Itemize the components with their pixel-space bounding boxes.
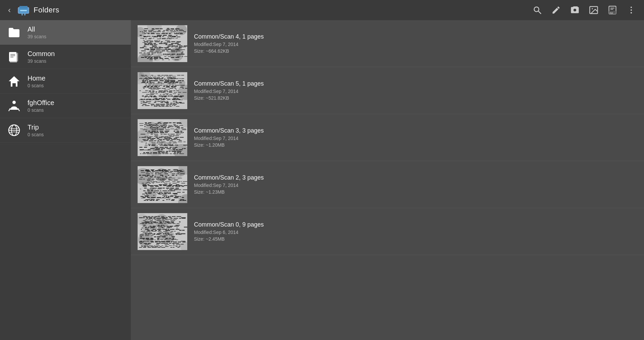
topbar-left: ‹ Folders bbox=[5, 3, 533, 17]
scan-modified-1: Modified:Sep 7, 2014 bbox=[194, 89, 264, 94]
sidebar-count-all: 39 scans bbox=[28, 34, 46, 39]
scan-thumb-4 bbox=[138, 213, 187, 250]
back-button[interactable]: ‹ bbox=[5, 4, 13, 16]
sidebar-count-trip: 0 scans bbox=[28, 132, 44, 137]
sidebar-text-fghoffice: fghOffice 0 scans bbox=[28, 99, 54, 113]
svg-point-14 bbox=[631, 7, 632, 8]
scan-item-4[interactable]: Common/Scan 0, 9 pages Modified:Sep 6, 2… bbox=[131, 208, 644, 255]
globe-icon bbox=[7, 123, 21, 138]
sidebar-label-fghoffice: fghOffice bbox=[28, 99, 54, 107]
scan-info-0: Common/Scan 4, 1 pages Modified:Sep 7, 2… bbox=[194, 33, 264, 54]
scan-modified-2: Modified:Sep 7, 2014 bbox=[194, 136, 264, 141]
scan-size-1: Size: ~521.82KB bbox=[194, 95, 264, 101]
scan-info-2: Common/Scan 3, 3 pages Modified:Sep 7, 2… bbox=[194, 127, 264, 148]
sidebar-text-trip: Trip 0 scans bbox=[28, 124, 44, 137]
scan-name-1: Common/Scan 5, 1 pages bbox=[194, 80, 264, 87]
scan-info-1: Common/Scan 5, 1 pages Modified:Sep 7, 2… bbox=[194, 80, 264, 101]
folder-icon bbox=[7, 25, 21, 40]
scan-size-4: Size: ~2.45MB bbox=[194, 236, 264, 242]
topbar-title: Folders bbox=[34, 6, 59, 14]
scan-modified-3: Modified:Sep 7, 2014 bbox=[194, 183, 264, 188]
scan-size-2: Size: ~1.20MB bbox=[194, 142, 264, 148]
more-icon[interactable] bbox=[627, 5, 636, 15]
topbar-icons: PDF bbox=[533, 5, 639, 15]
scan-list: Common/Scan 4, 1 pages Modified:Sep 7, 2… bbox=[131, 20, 644, 340]
scan-item-1[interactable]: Common/Scan 5, 1 pages Modified:Sep 7, 2… bbox=[131, 67, 644, 114]
scan-modified-0: Modified:Sep 7, 2014 bbox=[194, 42, 264, 47]
camera-icon[interactable] bbox=[570, 5, 580, 15]
svg-rect-1 bbox=[19, 6, 28, 9]
scan-name-3: Common/Scan 2, 3 pages bbox=[194, 174, 264, 181]
sidebar-label-home: Home bbox=[28, 75, 45, 82]
documents-icon bbox=[7, 49, 21, 64]
svg-rect-3 bbox=[21, 13, 23, 15]
sidebar-count-fghoffice: 0 scans bbox=[28, 107, 54, 113]
image-icon[interactable] bbox=[589, 5, 598, 15]
svg-line-6 bbox=[538, 11, 541, 14]
sidebar-item-common[interactable]: Common 39 scans bbox=[0, 45, 131, 69]
scan-thumb-1 bbox=[138, 72, 187, 109]
svg-point-25 bbox=[12, 101, 16, 104]
sidebar-label-common: Common bbox=[28, 50, 55, 58]
scan-item-0[interactable]: Common/Scan 4, 1 pages Modified:Sep 7, 2… bbox=[131, 20, 644, 67]
sidebar-count-common: 39 scans bbox=[28, 58, 55, 64]
svg-rect-24 bbox=[12, 83, 16, 87]
svg-rect-2 bbox=[20, 10, 27, 11]
scan-modified-4: Modified:Sep 6, 2014 bbox=[194, 230, 264, 235]
scan-name-2: Common/Scan 3, 3 pages bbox=[194, 127, 264, 134]
scan-item-3[interactable]: Common/Scan 2, 3 pages Modified:Sep 7, 2… bbox=[131, 161, 644, 208]
sidebar-text-all: All 39 scans bbox=[28, 26, 46, 39]
svg-point-8 bbox=[592, 8, 593, 9]
scan-info-3: Common/Scan 2, 3 pages Modified:Sep 7, 2… bbox=[194, 174, 264, 195]
svg-point-16 bbox=[631, 12, 632, 13]
svg-rect-4 bbox=[24, 13, 26, 15]
svg-text:PDF: PDF bbox=[610, 12, 613, 14]
scan-thumb-0 bbox=[138, 25, 187, 62]
sidebar-text-common: Common 39 scans bbox=[28, 50, 55, 64]
sidebar-label-trip: Trip bbox=[28, 124, 44, 131]
main-content: All 39 scans Common 39 scans bbox=[0, 20, 644, 340]
sidebar-item-all[interactable]: All 39 scans bbox=[0, 20, 131, 45]
topbar: ‹ Folders bbox=[0, 0, 644, 20]
sidebar-item-trip[interactable]: Trip 0 scans bbox=[0, 118, 131, 143]
scan-name-0: Common/Scan 4, 1 pages bbox=[194, 33, 264, 40]
scan-size-0: Size: ~664.62KB bbox=[194, 48, 264, 54]
scan-thumb-3 bbox=[138, 166, 187, 203]
sidebar-item-home[interactable]: Home 0 scans bbox=[0, 69, 131, 94]
svg-line-27 bbox=[9, 108, 10, 111]
search-icon[interactable] bbox=[533, 5, 542, 15]
sidebar: All 39 scans Common 39 scans bbox=[0, 20, 131, 340]
sidebar-text-home: Home 0 scans bbox=[28, 75, 45, 88]
svg-rect-19 bbox=[9, 52, 16, 61]
home-icon bbox=[7, 74, 21, 89]
scan-item-2[interactable]: Common/Scan 3, 3 pages Modified:Sep 7, 2… bbox=[131, 114, 644, 161]
scan-info-4: Common/Scan 0, 9 pages Modified:Sep 6, 2… bbox=[194, 221, 264, 242]
scan-thumb-2 bbox=[138, 119, 187, 156]
pdf-icon[interactable]: PDF bbox=[608, 5, 617, 15]
app-logo bbox=[17, 3, 30, 17]
edit-icon[interactable] bbox=[551, 5, 561, 15]
scan-name-4: Common/Scan 0, 9 pages bbox=[194, 221, 264, 228]
sidebar-item-fghoffice[interactable]: fghOffice 0 scans bbox=[0, 94, 131, 118]
sidebar-count-home: 0 scans bbox=[28, 83, 45, 88]
svg-line-28 bbox=[18, 108, 19, 111]
office-icon bbox=[7, 98, 21, 113]
scan-size-3: Size: ~1.23MB bbox=[194, 189, 264, 195]
sidebar-label-all: All bbox=[28, 26, 46, 33]
svg-rect-26 bbox=[10, 108, 18, 110]
svg-point-15 bbox=[631, 9, 632, 11]
